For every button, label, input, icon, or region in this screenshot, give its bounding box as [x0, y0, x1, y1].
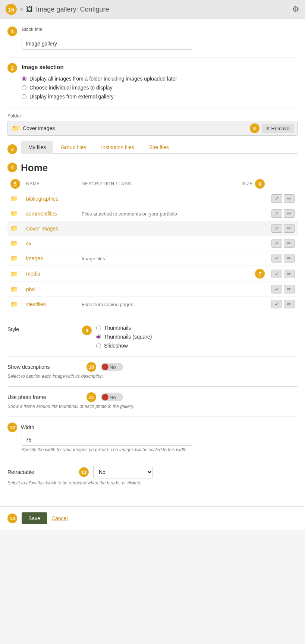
step-badge-2: 2: [7, 63, 17, 73]
close-icon[interactable]: ×: [20, 6, 23, 13]
width-section: 12 Width Specify the width for your imag…: [7, 422, 298, 452]
save-button[interactable]: Save: [22, 512, 47, 524]
table-row: 📁 images Image files ✓ ✏: [7, 251, 298, 266]
edit-button[interactable]: ✏: [284, 239, 295, 248]
folder-icon: 📁: [10, 271, 18, 277]
x-icon: ✕: [266, 126, 270, 131]
style-radio-thumbnails-square[interactable]: [96, 334, 101, 339]
folder-icon: 📁: [10, 255, 18, 261]
tab-my-files[interactable]: My files: [21, 141, 53, 154]
edit-button[interactable]: ✏: [284, 285, 295, 293]
file-link[interactable]: media: [26, 271, 40, 277]
step-badge-13: 13: [79, 467, 89, 477]
select-button[interactable]: ✓: [271, 239, 282, 248]
file-link[interactable]: Cover images: [26, 226, 58, 232]
use-photo-frame-label: Use photo frame: [7, 394, 46, 400]
file-description: Files from copied pages: [82, 302, 133, 307]
style-option-slideshow[interactable]: Slideshow: [96, 343, 152, 349]
file-description: Image files: [82, 256, 105, 261]
folder-row: 📁 Cover images 8 ✕ Remove: [7, 121, 298, 136]
radio-label-2: Choose individual images to display: [29, 85, 113, 91]
toggle-value: No: [110, 395, 117, 400]
style-options: Thumbnails Thumbnails (square) Slideshow: [96, 325, 152, 349]
style-radio-slideshow[interactable]: [96, 343, 101, 348]
home-heading: Home: [21, 162, 48, 174]
file-table: 5 NAME DESCRIPTION / TAGS SIZE 6 📁 bibli…: [7, 177, 298, 311]
photo-frame-toggle[interactable]: No: [101, 393, 123, 401]
file-link[interactable]: cv: [26, 241, 31, 246]
select-button[interactable]: ✓: [271, 254, 282, 263]
remove-folder-button[interactable]: ✕ Remove: [262, 124, 293, 133]
show-descriptions-toggle[interactable]: No: [101, 363, 123, 371]
radio-option-1[interactable]: Display all images from a folder includi…: [22, 76, 298, 82]
select-button[interactable]: ✓: [271, 194, 282, 203]
folder-icon: 📁: [10, 195, 18, 202]
step-badge-1: 1: [7, 26, 17, 36]
select-button[interactable]: ✓: [271, 224, 282, 233]
show-descriptions-section: Show descriptions 10 No Select to captio…: [7, 362, 298, 379]
style-radio-thumbnails[interactable]: [96, 326, 101, 330]
style-label-thumbnails-square: Thumbnails (square): [104, 334, 152, 340]
radio-option-3[interactable]: Display images from external gallery: [22, 94, 298, 100]
photo-frame-hint: Show a frame around the thumbnail of eac…: [7, 404, 298, 409]
table-row: 📁 cv ✓ ✏: [7, 236, 298, 251]
toggle-value: No: [110, 364, 117, 370]
edit-button[interactable]: ✏: [284, 270, 295, 278]
width-input[interactable]: [22, 434, 193, 446]
retractable-select[interactable]: No Yes Automatically: [93, 466, 153, 478]
select-button[interactable]: ✓: [271, 270, 282, 278]
tab-site-files[interactable]: Site files: [142, 141, 176, 154]
edit-button[interactable]: ✏: [284, 300, 295, 308]
step-badge-3: 3: [7, 144, 17, 154]
col-name-header: NAME: [23, 177, 79, 191]
radio-input-2[interactable]: [22, 85, 26, 90]
folder-icon: 📁: [10, 225, 18, 232]
width-label: Width: [21, 424, 34, 430]
folder-icon: 📁: [12, 124, 20, 132]
radio-input-3[interactable]: [22, 94, 26, 99]
footer: 14 Save Cancel: [0, 506, 305, 530]
edit-button[interactable]: ✏: [284, 194, 295, 203]
file-link[interactable]: phd: [26, 286, 35, 292]
block-title-label: Block title: [22, 26, 43, 32]
edit-button[interactable]: ✏: [284, 224, 295, 233]
table-row: 📁 phd ✓ ✏: [7, 282, 298, 297]
step-badge-header: 15: [6, 4, 17, 15]
table-row: 📁 commentfiles Files attached to comment…: [7, 206, 298, 221]
file-link[interactable]: viewfiles: [26, 301, 46, 307]
select-button[interactable]: ✓: [271, 209, 282, 218]
step-badge-7: 7: [255, 269, 265, 279]
style-option-thumbnails-square[interactable]: Thumbnails (square): [96, 334, 152, 340]
tab-group-files[interactable]: Group files: [53, 141, 94, 154]
folder-label: Folder: [7, 113, 298, 119]
block-title-input[interactable]: [22, 38, 193, 50]
select-button[interactable]: ✓: [271, 300, 282, 308]
image-selection-options: Display all images from a folder includi…: [22, 76, 298, 100]
folder-section: Folder 📁 Cover images 8 ✕ Remove: [7, 113, 298, 136]
style-label-thumbnails: Thumbnails: [104, 325, 131, 331]
col-actions-header: [268, 177, 298, 191]
col-size-header: SIZE 6: [226, 177, 268, 191]
step-badge-4: 4: [7, 163, 17, 172]
edit-button[interactable]: ✏: [284, 254, 295, 263]
table-row: 📁 bibliographies ✓ ✏: [7, 191, 298, 206]
retractable-section: Retractable 13 No Yes Automatically Sele…: [7, 466, 298, 486]
file-link[interactable]: images: [26, 255, 43, 261]
file-link[interactable]: bibliographies: [26, 196, 58, 202]
radio-input-1[interactable]: [22, 76, 26, 81]
tab-institution-files[interactable]: Institution files: [94, 141, 142, 154]
step-badge-6: 6: [255, 179, 265, 189]
cancel-button[interactable]: Cancel: [51, 515, 68, 521]
style-option-thumbnails[interactable]: Thumbnails: [96, 325, 152, 331]
select-button[interactable]: ✓: [271, 285, 282, 293]
radio-option-2[interactable]: Choose individual images to display: [22, 85, 298, 91]
image-gallery-icon: 🖼: [26, 6, 33, 13]
file-link[interactable]: commentfiles: [26, 211, 57, 217]
step-badge-14: 14: [7, 513, 17, 523]
settings-icon[interactable]: ⚙: [292, 4, 299, 14]
use-photo-frame-section: Use photo frame 11 No Show a frame aroun…: [7, 392, 298, 409]
edit-button[interactable]: ✏: [284, 209, 295, 218]
folder-icon: 📁: [10, 286, 18, 292]
image-selection-section: 2 Image selection Display all images fro…: [7, 63, 298, 100]
col-desc-header: DESCRIPTION / TAGS: [79, 177, 226, 191]
